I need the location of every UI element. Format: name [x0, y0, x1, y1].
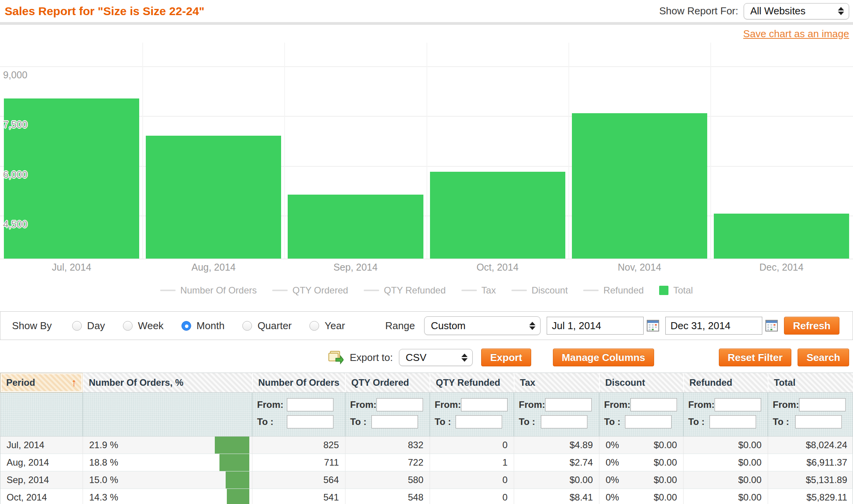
filter-qty-ordered-from-input[interactable] [376, 398, 423, 411]
calendar-icon[interactable] [647, 319, 659, 332]
filter-tax-to-input[interactable] [541, 415, 587, 428]
column-header-discount[interactable]: Discount [599, 373, 683, 392]
filter-qty-refunded-from-input[interactable] [461, 398, 508, 411]
sales-bar-chart: 4,5006,0007,5009,000 [0, 43, 853, 259]
column-header-orders-pct[interactable]: Number Of Orders, % [83, 373, 252, 392]
filter-cell-orders-pct [83, 393, 252, 436]
radio-icon[interactable] [309, 321, 319, 331]
column-header-qty-ordered[interactable]: QTY Ordered [345, 373, 430, 392]
filter-refunded-to-input[interactable] [710, 415, 756, 428]
legend-item[interactable]: Refunded [583, 285, 644, 296]
header-divider [0, 22, 853, 25]
manage-columns-button[interactable]: Manage Columns [553, 349, 654, 366]
radio-month[interactable]: Month [181, 320, 224, 332]
filter-discount-to-input[interactable] [625, 415, 672, 428]
filter-cell-discount: From: To : [599, 393, 683, 436]
filter-orders-from-input[interactable] [287, 398, 333, 411]
cell-orders: 825 [252, 437, 345, 454]
export-button[interactable]: Export [481, 349, 531, 366]
table-row[interactable]: Sep, 2014 15.0 % 564 580 0 $0.00 0%$0.00… [0, 471, 853, 489]
radio-checked-icon[interactable] [181, 321, 191, 331]
page-title: Sales Report for "Size is Size 22-24" [5, 5, 204, 18]
filter-orders-to-input[interactable] [287, 415, 333, 428]
cell-discount: 0%$0.00 [599, 489, 683, 504]
radio-quarter[interactable]: Quarter [242, 320, 292, 332]
cell-tax: $0.00 [514, 471, 599, 489]
radio-day[interactable]: Day [72, 320, 105, 332]
legend-item[interactable]: QTY Refunded [364, 285, 446, 296]
radio-icon[interactable] [123, 321, 133, 331]
chart-x-labels: Jul, 2014 Aug, 2014 Sep, 2014 Oct, 2014 … [0, 259, 853, 275]
legend-item[interactable]: QTY Ordered [272, 285, 348, 296]
table-row[interactable]: Oct, 2014 14.3 % 541 548 0 $8.41 0%$0.00… [0, 489, 853, 504]
x-label: Oct, 2014 [430, 262, 565, 273]
radio-icon[interactable] [242, 321, 252, 331]
column-header-qty-refunded[interactable]: QTY Refunded [430, 373, 514, 392]
reset-filter-button[interactable]: Reset Filter [719, 349, 792, 366]
cell-period: Jul, 2014 [0, 437, 83, 454]
calendar-icon[interactable] [765, 319, 778, 332]
chart-bar [430, 172, 565, 259]
export-toolbar: Export to: CSV Export Manage Columns Res… [0, 349, 853, 366]
filter-cell-period [0, 393, 83, 436]
filter-total-to-input[interactable] [795, 415, 842, 428]
search-button[interactable]: Search [798, 349, 849, 366]
column-header-total[interactable]: Total [768, 373, 853, 392]
cell-total: $6,911.37 [768, 454, 853, 471]
cell-qty-refunded: 1 [430, 454, 514, 471]
legend-item-total[interactable]: Total [659, 285, 693, 296]
column-header-period[interactable]: Period ↑ [0, 373, 83, 392]
save-chart-link[interactable]: Save chart as an image [743, 28, 849, 40]
chart-bar [146, 136, 281, 259]
legend-dash-icon [511, 290, 527, 291]
range-select[interactable]: Custom [424, 316, 540, 335]
legend-dash-icon [461, 290, 477, 291]
filter-refunded-from-input[interactable] [715, 398, 761, 411]
cell-discount: 0%$0.00 [599, 454, 683, 471]
export-format-select[interactable]: CSV [399, 349, 473, 366]
legend-item[interactable]: Number Of Orders [160, 285, 257, 296]
cell-qty-ordered: 722 [345, 454, 430, 471]
website-select[interactable]: All Websites [744, 3, 849, 19]
x-label: Nov, 2014 [572, 262, 707, 273]
legend-item[interactable]: Tax [461, 285, 496, 296]
filter-discount-from-input[interactable] [630, 398, 677, 411]
sales-report-table: Period ↑ Number Of Orders, % Number Of O… [0, 373, 853, 504]
radio-year[interactable]: Year [309, 320, 345, 332]
cell-orders: 711 [252, 454, 345, 471]
chart-legend: Number Of Orders QTY Ordered QTY Refunde… [0, 284, 853, 297]
cell-orders-pct: 14.3 % [83, 489, 252, 504]
filter-cell-total: From: To : [768, 393, 853, 436]
legend-dash-icon [583, 290, 599, 291]
export-to-label: Export to: [350, 352, 393, 364]
legend-dash-icon [160, 290, 176, 291]
filter-cell-orders: From: To : [252, 393, 345, 436]
cell-qty-refunded: 0 [430, 437, 514, 454]
filter-tax-from-input[interactable] [545, 398, 592, 411]
column-header-orders[interactable]: Number Of Orders [252, 373, 345, 392]
legend-item[interactable]: Discount [511, 285, 568, 296]
filter-cell-qty-refunded: From: To : [430, 393, 514, 436]
date-to-input[interactable] [665, 317, 762, 335]
radio-week[interactable]: Week [123, 320, 164, 332]
cell-refunded: $0.00 [683, 454, 768, 471]
cell-qty-refunded: 0 [430, 471, 514, 489]
sort-asc-icon[interactable]: ↑ [71, 376, 77, 389]
refresh-button[interactable]: Refresh [784, 317, 839, 335]
cell-tax: $8.41 [514, 489, 599, 504]
radio-icon[interactable] [72, 321, 82, 331]
cell-period: Sep, 2014 [0, 471, 83, 489]
cell-qty-ordered: 548 [345, 489, 430, 504]
bar-column-nov [572, 43, 707, 259]
cell-tax: $2.74 [514, 454, 599, 471]
filter-total-from-input[interactable] [799, 398, 846, 411]
filter-qty-ordered-to-input[interactable] [371, 415, 418, 428]
table-row[interactable]: Jul, 2014 21.9 % 825 832 0 $4.89 0%$0.00… [0, 437, 853, 454]
table-row[interactable]: Aug, 2014 18.8 % 711 722 1 $2.74 0%$0.00… [0, 454, 853, 471]
date-from-input[interactable] [547, 317, 644, 335]
legend-swatch-icon [659, 286, 668, 295]
column-header-refunded[interactable]: Refunded [683, 373, 768, 392]
column-header-tax[interactable]: Tax [514, 373, 599, 392]
filter-cell-qty-ordered: From: To : [345, 393, 430, 436]
filter-qty-refunded-to-input[interactable] [456, 415, 502, 428]
